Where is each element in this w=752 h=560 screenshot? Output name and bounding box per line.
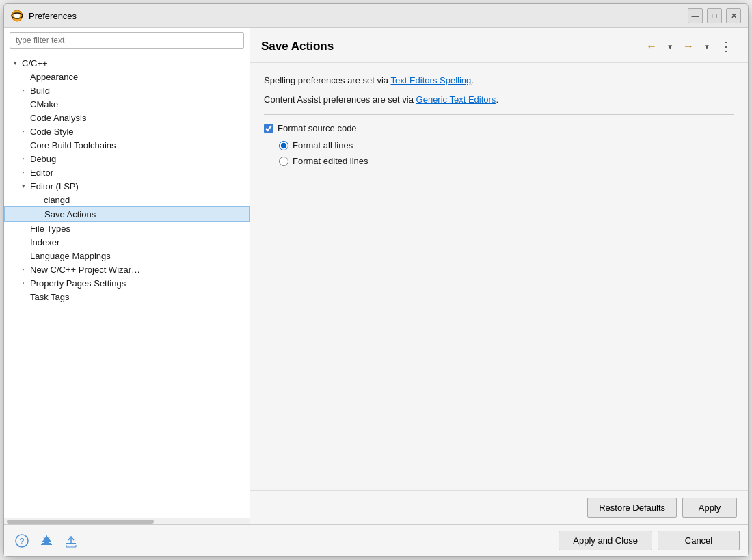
expand-icon[interactable]: › — [18, 167, 29, 178]
format-source-code-row: Format source code — [264, 123, 734, 133]
sidebar-item-label: Debug — [29, 154, 56, 164]
sidebar-item-label: File Types — [29, 224, 70, 234]
panel-nav-buttons: ← ▼ → ▼ ⋮ — [642, 36, 737, 57]
app-icon — [11, 10, 23, 22]
filter-wrapper — [4, 28, 250, 53]
forward-dropdown-icon: ▼ — [703, 43, 710, 51]
sidebar-item-label: Code Style — [29, 126, 74, 137]
export-button[interactable] — [62, 531, 81, 550]
sidebar-item-label: Editor — [29, 168, 53, 178]
svg-rect-11 — [66, 543, 76, 544]
info-line-1: Spelling preferences are set via Text Ed… — [264, 74, 734, 88]
sidebar-horizontal-scrollbar[interactable] — [4, 518, 250, 524]
sidebar-item-language-mappings[interactable]: Language Mappings — [4, 249, 250, 263]
expand-icon[interactable]: ▾ — [18, 181, 29, 191]
main-content: ▾C/C++Appearance›BuildCMakeCode Analysis… — [4, 28, 748, 524]
sidebar-item-task-tags[interactable]: Task Tags — [4, 290, 250, 304]
sidebar-item-clangd[interactable]: clangd — [4, 193, 250, 206]
sidebar-item-indexer[interactable]: Indexer — [4, 235, 250, 249]
sidebar-item-label: Task Tags — [29, 292, 70, 302]
cancel-button[interactable]: Cancel — [658, 531, 740, 550]
sidebar-item-label: New C/C++ Project Wizar… — [29, 265, 140, 275]
forward-dropdown-button[interactable]: ▼ — [699, 40, 714, 53]
preferences-dialog: Preferences — □ ✕ ▾C/C++Appearance›Build… — [3, 3, 749, 557]
close-button[interactable]: ✕ — [726, 8, 741, 23]
expand-icon[interactable]: ▾ — [10, 57, 21, 68]
apply-button[interactable]: Apply — [682, 498, 737, 518]
forward-button[interactable]: → — [679, 38, 698, 55]
import-button[interactable] — [37, 531, 56, 550]
maximize-button[interactable]: □ — [707, 8, 722, 23]
sidebar-item-property-pages[interactable]: ›Property Pages Settings — [4, 276, 250, 290]
forward-arrow-icon: → — [683, 40, 694, 53]
export-icon — [64, 534, 78, 548]
right-panel: Save Actions ← ▼ → ▼ ⋮ — [250, 28, 748, 524]
help-button[interactable]: ? — [12, 531, 31, 550]
window-title: Preferences — [29, 11, 682, 21]
sidebar-item-core-build[interactable]: Core Build Toolchains — [4, 138, 250, 152]
back-dropdown-button[interactable]: ▼ — [662, 40, 677, 53]
import-icon — [40, 534, 53, 548]
sidebar-item-label: C/C++ — [21, 58, 48, 68]
window-controls: — □ ✕ — [688, 8, 741, 23]
sidebar-item-label: Indexer — [29, 237, 59, 248]
panel-title: Save Actions — [261, 40, 334, 53]
sidebar-item-editor[interactable]: ›Editor — [4, 165, 250, 179]
sidebar-item-appearance[interactable]: Appearance — [4, 70, 250, 83]
format-edited-lines-row: Format edited lines — [279, 156, 734, 166]
expand-icon[interactable]: › — [18, 278, 29, 289]
sidebar-item-code-style[interactable]: ›Code Style — [4, 124, 250, 138]
sidebar-item-file-types[interactable]: File Types — [4, 222, 250, 235]
format-source-code-label[interactable]: Format source code — [278, 123, 357, 133]
generic-text-editors-link[interactable]: Generic Text Editors — [416, 94, 496, 105]
more-options-icon: ⋮ — [720, 39, 733, 54]
expand-icon[interactable]: › — [18, 85, 29, 96]
format-all-lines-radio[interactable] — [279, 141, 288, 150]
format-edited-lines-radio[interactable] — [279, 157, 288, 166]
sidebar-item-label: CMake — [29, 99, 58, 109]
sidebar-item-label: Build — [29, 85, 50, 96]
svg-text:?: ? — [19, 537, 24, 546]
sidebar-item-label: Save Actions — [43, 209, 96, 219]
bottom-left-icons: ? — [12, 531, 81, 550]
expand-icon[interactable]: › — [18, 264, 29, 275]
svg-point-1 — [14, 13, 20, 18]
format-source-code-checkbox[interactable] — [264, 124, 273, 133]
separator — [264, 114, 734, 115]
restore-defaults-button[interactable]: Restore Defaults — [587, 498, 677, 518]
sidebar-item-build[interactable]: ›Build — [4, 83, 250, 97]
format-all-lines-label[interactable]: Format all lines — [293, 140, 353, 150]
sidebar-item-editor-lsp[interactable]: ▾Editor (LSP) — [4, 179, 250, 193]
sidebar-item-label: Appearance — [29, 72, 78, 82]
panel-header: Save Actions ← ▼ → ▼ ⋮ — [250, 28, 748, 63]
expand-icon[interactable]: › — [18, 126, 29, 137]
expand-icon[interactable]: › — [18, 153, 29, 164]
sidebar-item-debug[interactable]: ›Debug — [4, 152, 250, 165]
tree-container[interactable]: ▾C/C++Appearance›BuildCMakeCode Analysis… — [4, 53, 250, 518]
sidebar-item-code-analysis[interactable]: Code Analysis — [4, 111, 250, 124]
more-options-button[interactable]: ⋮ — [716, 36, 737, 57]
sidebar-item-label: Editor (LSP) — [29, 181, 79, 191]
sidebar-item-save-actions[interactable]: Save Actions — [4, 206, 250, 222]
apply-and-close-button[interactable]: Apply and Close — [559, 531, 652, 550]
filter-input[interactable] — [10, 32, 244, 49]
minimize-button[interactable]: — — [688, 8, 703, 23]
format-options-group: Format all lines Format edited lines — [264, 140, 734, 166]
text-editors-spelling-link[interactable]: Text Editors Spelling — [390, 75, 471, 85]
title-bar: Preferences — □ ✕ — [4, 4, 748, 28]
scrollbar-thumb — [7, 520, 154, 524]
sidebar-item-cmake[interactable]: CMake — [4, 97, 250, 111]
bottom-bar: ? — [4, 524, 748, 556]
sidebar-item-label: Code Analysis — [29, 113, 86, 123]
sidebar-item-cpp[interactable]: ▾C/C++ — [4, 56, 250, 70]
sidebar-item-label: Core Build Toolchains — [29, 140, 116, 150]
back-button[interactable]: ← — [642, 38, 661, 55]
format-all-lines-row: Format all lines — [279, 140, 734, 150]
svg-rect-9 — [42, 543, 51, 544]
panel-footer: Restore Defaults Apply — [250, 490, 748, 524]
sidebar-item-new-cpp-wizard[interactable]: ›New C/C++ Project Wizar… — [4, 263, 250, 276]
format-edited-lines-label[interactable]: Format edited lines — [293, 156, 368, 166]
bottom-right-buttons: Apply and Close Cancel — [559, 531, 740, 550]
back-arrow-icon: ← — [646, 40, 657, 53]
back-dropdown-icon: ▼ — [667, 43, 673, 51]
